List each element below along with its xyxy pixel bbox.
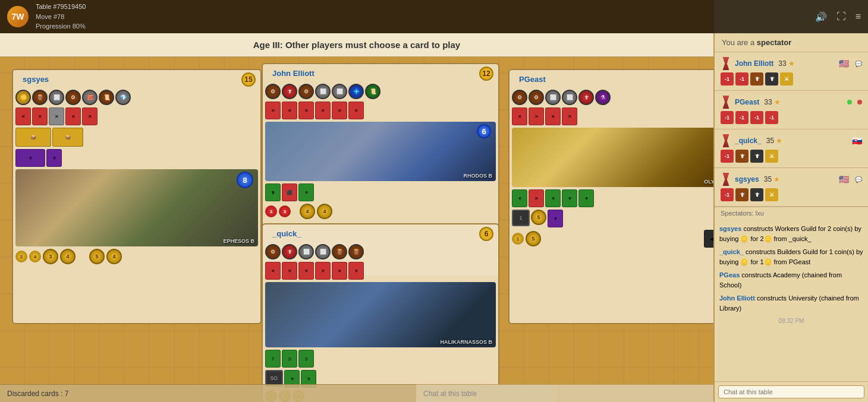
card: ✕ <box>562 107 577 125</box>
clay-icon: 🧱 <box>82 90 98 105</box>
spectators: Spectators: lxu <box>715 207 868 219</box>
card-row-green-john: 🗡 ⬛ ⚜ <box>263 182 498 202</box>
card: ✕ <box>529 107 544 125</box>
card: ⚜ <box>548 210 563 227</box>
resource-icon: 🪵 <box>332 244 347 259</box>
resource-row-sgsyes: 🪙 🪵 ⬜ ⚙ 🧱 📜 💎 <box>13 88 260 106</box>
hourglass-icon <box>721 57 731 70</box>
card: ⬛ <box>282 183 297 201</box>
player-tokens-quick: -1 🗡 🗡 ⚔ <box>721 150 862 163</box>
board-header-john: John Elliott 12 <box>263 64 498 83</box>
chat-at-table-placeholder[interactable]: Chat at this table <box>423 390 477 398</box>
card-row-red-john: ✕ ✕ ✕ ✕ ✕ ✕ <box>263 100 498 121</box>
player-name-pgeast[interactable]: PGeast <box>735 98 759 106</box>
chat-input-field[interactable] <box>718 385 864 398</box>
card: ✕ <box>49 107 64 125</box>
game-content: sgsyes 15 🪙 🪵 ⬜ ⚙ 🧱 📜 💎 ✕ ✕ ✕ ✕ ✕ 📦 📦 <box>0 57 713 402</box>
resource-icon: ⚙ <box>298 84 314 99</box>
resource-row-john: ⚙ 🗡 ⚙ ⬜ ⬜ 💠 📜 <box>263 83 498 100</box>
chat-timestamp: 08:32 PM <box>719 316 863 325</box>
wonder-image-sgsyes: EPHESOS B <box>15 169 258 246</box>
card: ✕ <box>348 102 364 119</box>
card: ✕ <box>298 262 314 280</box>
resource-icon: 🗡 <box>282 84 297 99</box>
spectator-label: You are a spectator <box>715 33 868 52</box>
military-row-john: 3 3 4 4 <box>263 202 498 220</box>
coin-badge-john: 12 <box>479 67 493 81</box>
fullscreen-icon[interactable]: ⛶ <box>836 11 846 23</box>
token: ⚔ <box>780 72 793 86</box>
military-token: 4 <box>29 251 41 262</box>
resource-icon: ⚙ <box>512 90 527 105</box>
token: ⚔ <box>765 150 778 163</box>
chat-message: sgsyes constructs Workers Guild for 2 co… <box>719 224 863 243</box>
player-name-john[interactable]: John Elliott <box>735 59 773 68</box>
card: ✕ <box>282 102 297 119</box>
menu-icon[interactable]: ≡ <box>856 11 861 23</box>
player-tokens-sgsyes: -1 🗡 🗡 ⚔ <box>721 188 862 201</box>
trade-token: 4 <box>317 204 332 219</box>
player-score-quick: 35 ★ <box>766 137 783 145</box>
sound-icon[interactable]: 🔊 <box>815 11 827 23</box>
wonder-image-john: RHODOS B <box>265 122 496 181</box>
wonder-pgeast: OLYMPIA B 4 <box>512 128 713 187</box>
hourglass-icon <box>721 173 731 186</box>
player-name-sgsyes[interactable]: sgsyes <box>735 175 759 183</box>
resource-icon: 💠 <box>348 84 364 99</box>
player-board-name-quick: _quick_ <box>268 227 306 240</box>
card: ✕ <box>348 262 364 280</box>
trade-token: 4 <box>300 204 315 219</box>
card: 7 <box>265 350 281 368</box>
military-token: 2 <box>15 251 27 262</box>
chat-messages: sgsyes constructs Workers Guild for 2 co… <box>715 219 868 381</box>
token: -1 <box>721 111 734 124</box>
resource-icon2: 💎 <box>115 90 131 105</box>
resource-icon: 🗡 <box>578 90 594 105</box>
card: 3 <box>298 350 314 368</box>
military-token: 3 <box>265 205 277 217</box>
move-number: Move #78 <box>36 12 86 22</box>
card: 📦 <box>52 128 83 147</box>
sidebar-chat-input-area <box>715 381 868 402</box>
player-name-quick[interactable]: _quick_ <box>735 137 762 145</box>
board-quick: _quick_ 6 ⚙ 🗡 ⬜ ⬜ 🪵 🪵 ✕ ✕ ✕ ✕ ✕ ✕ HALIKA… <box>262 223 499 402</box>
token: -1 <box>721 188 734 201</box>
resource-icon: 🗡 <box>282 244 297 259</box>
player-board-name-sgsyes: sgsyes <box>18 72 54 86</box>
card-row-yellow-sgsyes: 📦 📦 <box>13 126 260 148</box>
card-row-red-sgsyes: ✕ ✕ ✕ ✕ ✕ <box>13 106 260 126</box>
resource-icon: ⬜ <box>298 244 314 259</box>
token: -1 <box>735 72 749 86</box>
card: ✕ <box>82 107 98 125</box>
chat-message: John Elliott constructs University (chai… <box>719 293 863 313</box>
card: ✕ <box>332 102 347 119</box>
wonder-stages-pgeast: 1 5 ⚜ <box>510 208 713 229</box>
game-title: Age III: Other players must choose a car… <box>253 40 460 50</box>
card: ⚜ <box>46 149 62 167</box>
table-number: Table #79519450 <box>36 2 86 12</box>
resource-icon: 🪵 <box>348 244 364 259</box>
card: 📦 <box>15 128 51 147</box>
wonder-label-olympia: OLYMPIA B <box>704 179 713 185</box>
token: 🗡 <box>750 150 763 163</box>
token: 🗡 <box>735 188 749 201</box>
board-header-pgeast: PGeast 7 <box>510 70 713 88</box>
card: ✕ <box>32 107 48 125</box>
resource-icon: ⚗ <box>595 90 611 105</box>
military-row-sgsyes: 2 4 3 4 5 4 <box>13 248 260 265</box>
card: ✕ <box>15 107 31 125</box>
coin-badge-sgsyes: 15 <box>241 72 256 87</box>
token: 🗡 <box>750 188 763 201</box>
card: ⚜ <box>578 189 594 207</box>
ore-icon: ⚙ <box>65 90 81 105</box>
military-row-pgeast: 1 5 ◀ ▶ <box>510 229 713 249</box>
resource-icon: ⚙ <box>265 244 281 259</box>
game-title-bar: Age III: Other players must choose a car… <box>0 33 713 57</box>
card: ✕ <box>315 102 331 119</box>
app-logo: 7W <box>7 6 29 27</box>
card: ✕ <box>315 262 331 280</box>
wonder-image-quick: HALIKARNASSOS B <box>265 282 496 347</box>
card: ✕ <box>265 102 281 119</box>
wonder-label-halikarnassos: HALIKARNASSOS B <box>440 339 492 345</box>
token: 🗡 <box>765 72 778 86</box>
